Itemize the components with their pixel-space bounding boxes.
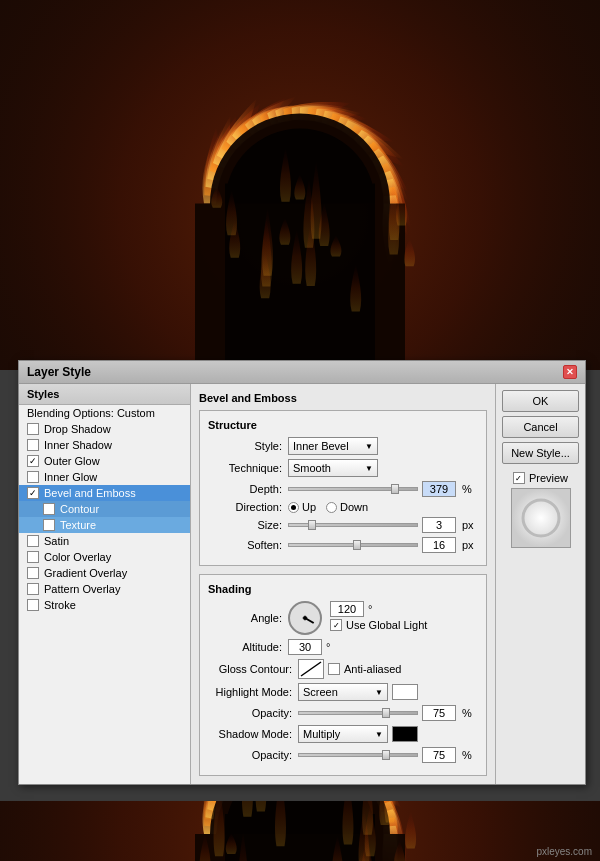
shadow-color-swatch[interactable] bbox=[392, 726, 418, 742]
shadow-mode-arrow-icon: ▼ bbox=[375, 730, 383, 739]
direction-down-radio[interactable] bbox=[326, 502, 337, 513]
use-global-light-label: Use Global Light bbox=[346, 619, 427, 631]
direction-up-radio[interactable] bbox=[288, 502, 299, 513]
highlight-color-swatch[interactable] bbox=[392, 684, 418, 700]
shadow-opacity-slider[interactable] bbox=[298, 753, 418, 757]
bevel-emboss-checkbox[interactable] bbox=[27, 487, 39, 499]
close-button[interactable]: ✕ bbox=[563, 365, 577, 379]
highlight-opacity-input[interactable]: 75 bbox=[422, 705, 456, 721]
outer-glow-item[interactable]: Outer Glow bbox=[19, 453, 190, 469]
contour-checkbox[interactable] bbox=[43, 503, 55, 515]
anti-aliased-checkbox[interactable] bbox=[328, 663, 340, 675]
contour-item[interactable]: Contour bbox=[19, 501, 190, 517]
stroke-label: Stroke bbox=[44, 599, 76, 611]
soften-slider-thumb[interactable] bbox=[353, 540, 361, 550]
soften-slider-container: 16 px bbox=[288, 537, 478, 553]
svg-rect-0 bbox=[512, 489, 570, 547]
depth-unit: % bbox=[462, 483, 478, 495]
direction-down-label: Down bbox=[340, 501, 368, 513]
gradient-overlay-checkbox[interactable] bbox=[27, 567, 39, 579]
gradient-overlay-item[interactable]: Gradient Overlay bbox=[19, 565, 190, 581]
altitude-row: Altitude: 30 ° bbox=[208, 639, 478, 655]
shadow-mode-row: Shadow Mode: Multiply ▼ bbox=[208, 725, 478, 743]
soften-input[interactable]: 16 bbox=[422, 537, 456, 553]
preview-label: Preview bbox=[529, 472, 568, 484]
angle-inputs: 120 ° Use Global Light bbox=[330, 601, 427, 631]
depth-input[interactable]: 379 bbox=[422, 481, 456, 497]
drop-shadow-checkbox[interactable] bbox=[27, 423, 39, 435]
altitude-inputs: 30 ° bbox=[288, 639, 330, 655]
inner-glow-checkbox[interactable] bbox=[27, 471, 39, 483]
texture-checkbox[interactable] bbox=[43, 519, 55, 531]
direction-up-item[interactable]: Up bbox=[288, 501, 316, 513]
preview-checkbox[interactable] bbox=[513, 472, 525, 484]
size-input[interactable]: 3 bbox=[422, 517, 456, 533]
depth-row: Depth: 379 % bbox=[208, 481, 478, 497]
anti-aliased-label: Anti-aliased bbox=[344, 663, 401, 675]
shadow-opacity-thumb[interactable] bbox=[382, 750, 390, 760]
depth-slider-thumb[interactable] bbox=[391, 484, 399, 494]
style-value: Inner Bevel bbox=[293, 440, 349, 452]
shadow-opacity-slider-container: 75 % bbox=[298, 747, 478, 763]
preview-box: Preview bbox=[502, 472, 579, 548]
shading-box: Shading Angle: bbox=[199, 574, 487, 776]
direction-down-item[interactable]: Down bbox=[326, 501, 368, 513]
inner-shadow-item[interactable]: Inner Shadow bbox=[19, 437, 190, 453]
outer-glow-checkbox[interactable] bbox=[27, 455, 39, 467]
size-slider-thumb[interactable] bbox=[308, 520, 316, 530]
pattern-overlay-checkbox[interactable] bbox=[27, 583, 39, 595]
soften-unit: px bbox=[462, 539, 478, 551]
drop-shadow-item[interactable]: Drop Shadow bbox=[19, 421, 190, 437]
highlight-mode-select[interactable]: Screen ▼ bbox=[298, 683, 388, 701]
angle-label: Angle: bbox=[208, 612, 288, 624]
satin-checkbox[interactable] bbox=[27, 535, 39, 547]
direction-label: Direction: bbox=[208, 501, 288, 513]
highlight-opacity-thumb[interactable] bbox=[382, 708, 390, 718]
new-style-button[interactable]: New Style... bbox=[502, 442, 579, 464]
satin-label: Satin bbox=[44, 535, 69, 547]
highlight-opacity-label: Opacity: bbox=[208, 707, 298, 719]
use-global-light-checkbox[interactable] bbox=[330, 619, 342, 631]
technique-arrow-icon: ▼ bbox=[365, 464, 373, 473]
cancel-button[interactable]: Cancel bbox=[502, 416, 579, 438]
color-overlay-checkbox[interactable] bbox=[27, 551, 39, 563]
size-label: Size: bbox=[208, 519, 288, 531]
styles-list: Blending Options: Custom Drop Shadow Inn… bbox=[19, 405, 190, 784]
technique-row: Technique: Smooth ▼ bbox=[208, 459, 478, 477]
size-slider[interactable] bbox=[288, 523, 418, 527]
gloss-contour-preview[interactable] bbox=[298, 659, 324, 679]
blending-options-item[interactable]: Blending Options: Custom bbox=[19, 405, 190, 421]
inner-shadow-checkbox[interactable] bbox=[27, 439, 39, 451]
style-select[interactable]: Inner Bevel ▼ bbox=[288, 437, 378, 455]
angle-input[interactable]: 120 bbox=[330, 601, 364, 617]
style-row: Style: Inner Bevel ▼ bbox=[208, 437, 478, 455]
highlight-opacity-slider[interactable] bbox=[298, 711, 418, 715]
size-row: Size: 3 px bbox=[208, 517, 478, 533]
style-label: Style: bbox=[208, 440, 288, 452]
altitude-input[interactable]: 30 bbox=[288, 639, 322, 655]
outer-glow-label: Outer Glow bbox=[44, 455, 100, 467]
technique-select[interactable]: Smooth ▼ bbox=[288, 459, 378, 477]
shadow-mode-select[interactable]: Multiply ▼ bbox=[298, 725, 388, 743]
inner-glow-item[interactable]: Inner Glow bbox=[19, 469, 190, 485]
shadow-opacity-input[interactable]: 75 bbox=[422, 747, 456, 763]
anti-aliased-row: Anti-aliased bbox=[328, 663, 401, 675]
inner-shadow-label: Inner Shadow bbox=[44, 439, 112, 451]
angle-control: 120 ° Use Global Light bbox=[288, 601, 427, 635]
texture-item[interactable]: Texture bbox=[19, 517, 190, 533]
stroke-checkbox[interactable] bbox=[27, 599, 39, 611]
soften-slider[interactable] bbox=[288, 543, 418, 547]
satin-item[interactable]: Satin bbox=[19, 533, 190, 549]
preview-thumbnail bbox=[511, 488, 571, 548]
highlight-opacity-slider-container: 75 % bbox=[298, 705, 478, 721]
bevel-emboss-item[interactable]: Bevel and Emboss bbox=[19, 485, 190, 501]
bevel-emboss-title: Bevel and Emboss bbox=[199, 392, 487, 404]
angle-dial-indicator bbox=[305, 617, 315, 624]
depth-slider[interactable] bbox=[288, 487, 418, 491]
ok-button[interactable]: OK bbox=[502, 390, 579, 412]
stroke-item[interactable]: Stroke bbox=[19, 597, 190, 613]
color-overlay-item[interactable]: Color Overlay bbox=[19, 549, 190, 565]
pattern-overlay-item[interactable]: Pattern Overlay bbox=[19, 581, 190, 597]
angle-dial[interactable] bbox=[288, 601, 322, 635]
structure-box: Structure Style: Inner Bevel ▼ Technique… bbox=[199, 410, 487, 566]
